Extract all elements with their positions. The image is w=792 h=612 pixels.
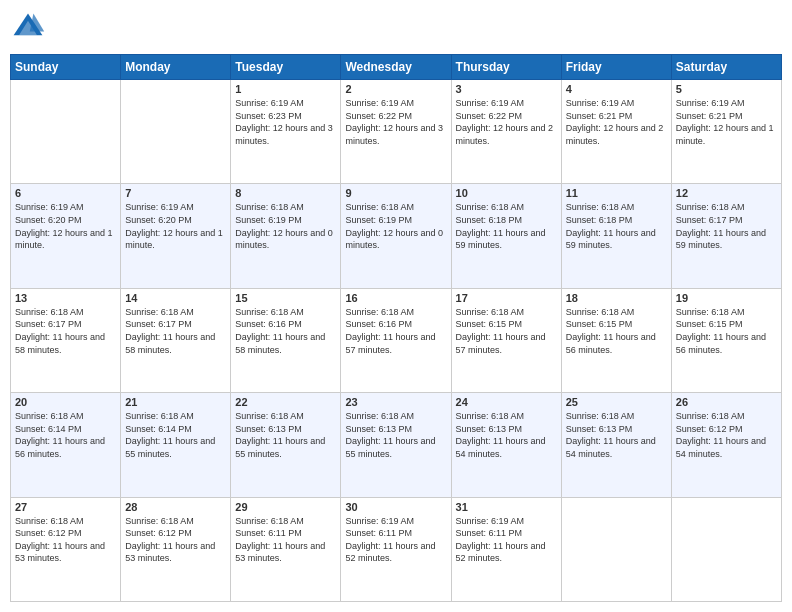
calendar-cell: 19Sunrise: 6:18 AM Sunset: 6:15 PM Dayli… [671,288,781,392]
day-info: Sunrise: 6:18 AM Sunset: 6:19 PM Dayligh… [235,201,336,251]
calendar-cell: 2Sunrise: 6:19 AM Sunset: 6:22 PM Daylig… [341,80,451,184]
week-row-4: 27Sunrise: 6:18 AM Sunset: 6:12 PM Dayli… [11,497,782,601]
calendar-cell [121,80,231,184]
calendar-cell: 25Sunrise: 6:18 AM Sunset: 6:13 PM Dayli… [561,393,671,497]
day-info: Sunrise: 6:18 AM Sunset: 6:17 PM Dayligh… [676,201,777,251]
day-info: Sunrise: 6:18 AM Sunset: 6:15 PM Dayligh… [566,306,667,356]
calendar-cell: 3Sunrise: 6:19 AM Sunset: 6:22 PM Daylig… [451,80,561,184]
day-info: Sunrise: 6:18 AM Sunset: 6:16 PM Dayligh… [345,306,446,356]
day-info: Sunrise: 6:18 AM Sunset: 6:16 PM Dayligh… [235,306,336,356]
calendar-cell: 13Sunrise: 6:18 AM Sunset: 6:17 PM Dayli… [11,288,121,392]
day-info: Sunrise: 6:18 AM Sunset: 6:14 PM Dayligh… [125,410,226,460]
day-number: 20 [15,396,116,408]
day-info: Sunrise: 6:19 AM Sunset: 6:11 PM Dayligh… [345,515,446,565]
day-number: 25 [566,396,667,408]
calendar-cell: 29Sunrise: 6:18 AM Sunset: 6:11 PM Dayli… [231,497,341,601]
week-row-0: 1Sunrise: 6:19 AM Sunset: 6:23 PM Daylig… [11,80,782,184]
day-number: 12 [676,187,777,199]
day-info: Sunrise: 6:18 AM Sunset: 6:12 PM Dayligh… [15,515,116,565]
weekday-header-tuesday: Tuesday [231,55,341,80]
day-info: Sunrise: 6:18 AM Sunset: 6:12 PM Dayligh… [676,410,777,460]
calendar-cell: 28Sunrise: 6:18 AM Sunset: 6:12 PM Dayli… [121,497,231,601]
day-number: 14 [125,292,226,304]
weekday-header-thursday: Thursday [451,55,561,80]
day-info: Sunrise: 6:19 AM Sunset: 6:20 PM Dayligh… [125,201,226,251]
day-number: 7 [125,187,226,199]
weekday-header-saturday: Saturday [671,55,781,80]
day-info: Sunrise: 6:19 AM Sunset: 6:11 PM Dayligh… [456,515,557,565]
day-number: 9 [345,187,446,199]
calendar-cell [671,497,781,601]
day-info: Sunrise: 6:18 AM Sunset: 6:15 PM Dayligh… [676,306,777,356]
calendar-table: SundayMondayTuesdayWednesdayThursdayFrid… [10,54,782,602]
day-info: Sunrise: 6:19 AM Sunset: 6:20 PM Dayligh… [15,201,116,251]
svg-marker-2 [30,14,44,32]
day-number: 27 [15,501,116,513]
calendar-cell: 7Sunrise: 6:19 AM Sunset: 6:20 PM Daylig… [121,184,231,288]
day-number: 6 [15,187,116,199]
weekday-header-row: SundayMondayTuesdayWednesdayThursdayFrid… [11,55,782,80]
day-info: Sunrise: 6:19 AM Sunset: 6:21 PM Dayligh… [566,97,667,147]
calendar-cell: 12Sunrise: 6:18 AM Sunset: 6:17 PM Dayli… [671,184,781,288]
calendar-cell: 16Sunrise: 6:18 AM Sunset: 6:16 PM Dayli… [341,288,451,392]
calendar-cell: 31Sunrise: 6:19 AM Sunset: 6:11 PM Dayli… [451,497,561,601]
day-number: 21 [125,396,226,408]
day-info: Sunrise: 6:18 AM Sunset: 6:18 PM Dayligh… [456,201,557,251]
day-info: Sunrise: 6:18 AM Sunset: 6:13 PM Dayligh… [235,410,336,460]
day-number: 23 [345,396,446,408]
day-number: 2 [345,83,446,95]
day-info: Sunrise: 6:18 AM Sunset: 6:12 PM Dayligh… [125,515,226,565]
day-info: Sunrise: 6:18 AM Sunset: 6:15 PM Dayligh… [456,306,557,356]
page: SundayMondayTuesdayWednesdayThursdayFrid… [0,0,792,612]
day-info: Sunrise: 6:19 AM Sunset: 6:23 PM Dayligh… [235,97,336,147]
day-number: 13 [15,292,116,304]
calendar-cell: 17Sunrise: 6:18 AM Sunset: 6:15 PM Dayli… [451,288,561,392]
calendar-cell: 10Sunrise: 6:18 AM Sunset: 6:18 PM Dayli… [451,184,561,288]
calendar-cell: 4Sunrise: 6:19 AM Sunset: 6:21 PM Daylig… [561,80,671,184]
week-row-3: 20Sunrise: 6:18 AM Sunset: 6:14 PM Dayli… [11,393,782,497]
calendar-cell: 26Sunrise: 6:18 AM Sunset: 6:12 PM Dayli… [671,393,781,497]
day-info: Sunrise: 6:19 AM Sunset: 6:22 PM Dayligh… [456,97,557,147]
calendar-cell: 18Sunrise: 6:18 AM Sunset: 6:15 PM Dayli… [561,288,671,392]
day-number: 1 [235,83,336,95]
calendar-cell: 21Sunrise: 6:18 AM Sunset: 6:14 PM Dayli… [121,393,231,497]
day-number: 19 [676,292,777,304]
calendar-cell: 1Sunrise: 6:19 AM Sunset: 6:23 PM Daylig… [231,80,341,184]
day-number: 18 [566,292,667,304]
calendar-cell: 5Sunrise: 6:19 AM Sunset: 6:21 PM Daylig… [671,80,781,184]
day-number: 26 [676,396,777,408]
calendar-cell: 6Sunrise: 6:19 AM Sunset: 6:20 PM Daylig… [11,184,121,288]
calendar-cell: 20Sunrise: 6:18 AM Sunset: 6:14 PM Dayli… [11,393,121,497]
day-info: Sunrise: 6:18 AM Sunset: 6:19 PM Dayligh… [345,201,446,251]
day-number: 16 [345,292,446,304]
day-number: 28 [125,501,226,513]
calendar-cell: 24Sunrise: 6:18 AM Sunset: 6:13 PM Dayli… [451,393,561,497]
logo-icon [10,10,46,46]
calendar-cell: 14Sunrise: 6:18 AM Sunset: 6:17 PM Dayli… [121,288,231,392]
day-number: 8 [235,187,336,199]
calendar-cell: 22Sunrise: 6:18 AM Sunset: 6:13 PM Dayli… [231,393,341,497]
calendar-cell: 11Sunrise: 6:18 AM Sunset: 6:18 PM Dayli… [561,184,671,288]
weekday-header-wednesday: Wednesday [341,55,451,80]
day-number: 31 [456,501,557,513]
calendar-cell: 15Sunrise: 6:18 AM Sunset: 6:16 PM Dayli… [231,288,341,392]
calendar-cell [561,497,671,601]
calendar-cell: 8Sunrise: 6:18 AM Sunset: 6:19 PM Daylig… [231,184,341,288]
week-row-2: 13Sunrise: 6:18 AM Sunset: 6:17 PM Dayli… [11,288,782,392]
day-number: 29 [235,501,336,513]
weekday-header-sunday: Sunday [11,55,121,80]
day-info: Sunrise: 6:18 AM Sunset: 6:17 PM Dayligh… [125,306,226,356]
day-info: Sunrise: 6:18 AM Sunset: 6:14 PM Dayligh… [15,410,116,460]
weekday-header-monday: Monday [121,55,231,80]
day-number: 10 [456,187,557,199]
day-info: Sunrise: 6:19 AM Sunset: 6:22 PM Dayligh… [345,97,446,147]
day-number: 15 [235,292,336,304]
day-number: 3 [456,83,557,95]
day-info: Sunrise: 6:18 AM Sunset: 6:13 PM Dayligh… [345,410,446,460]
day-number: 11 [566,187,667,199]
day-info: Sunrise: 6:18 AM Sunset: 6:18 PM Dayligh… [566,201,667,251]
day-info: Sunrise: 6:18 AM Sunset: 6:13 PM Dayligh… [456,410,557,460]
calendar-cell: 9Sunrise: 6:18 AM Sunset: 6:19 PM Daylig… [341,184,451,288]
day-number: 5 [676,83,777,95]
week-row-1: 6Sunrise: 6:19 AM Sunset: 6:20 PM Daylig… [11,184,782,288]
